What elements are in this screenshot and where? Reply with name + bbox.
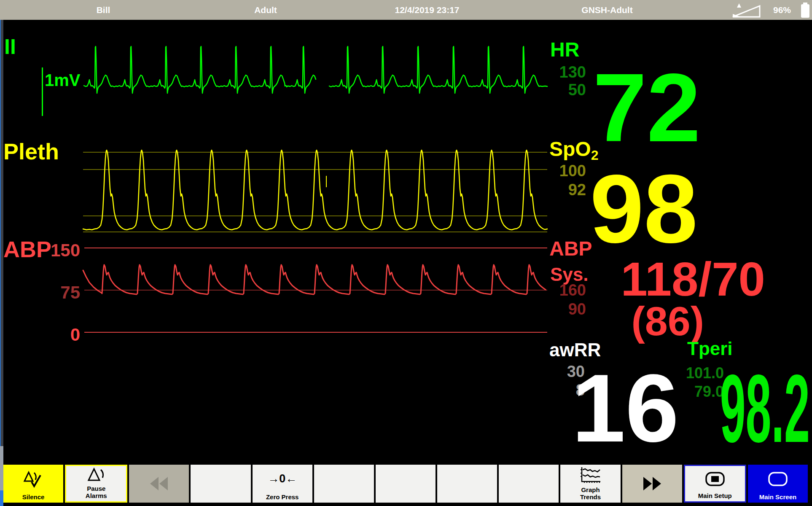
abp-scale-top: 150: [38, 242, 80, 259]
rewind-button: [129, 465, 189, 503]
silence-label: Silence: [22, 493, 45, 503]
main-screen-button[interactable]: Main Screen: [748, 465, 808, 503]
ecg-lead-label[interactable]: II: [4, 36, 16, 57]
ecg-cal-label: 1mV: [45, 72, 81, 89]
main-screen-icon: [767, 470, 789, 488]
hr-value: 72: [593, 59, 701, 156]
graph-trends-button[interactable]: Graph Trends: [560, 465, 620, 503]
spo2-value: 98: [590, 161, 698, 258]
silence-button[interactable]: Silence: [3, 465, 63, 503]
abp-mean-value: (86): [632, 301, 704, 342]
main-setup-button[interactable]: Main Setup: [684, 465, 746, 503]
hr-label: HR: [550, 40, 579, 60]
rewind-icon: [148, 474, 170, 493]
pause-alarms-button[interactable]: Pause Alarms: [65, 465, 127, 503]
tperi-limit-high: 101.0: [686, 366, 724, 381]
graph-trends-icon: [578, 466, 602, 485]
abp-limit-low: 90: [568, 301, 586, 317]
abp-value: 118/70: [621, 255, 765, 303]
hr-limit-low: 50: [568, 82, 586, 98]
blank-softkey-1: [191, 465, 250, 503]
pleth-wave-label[interactable]: Pleth: [3, 140, 59, 163]
alarm-pause-icon: [85, 466, 107, 484]
abp-limit-high: 160: [559, 282, 586, 298]
zero-press-button[interactable]: →0← Zero Press: [253, 465, 312, 503]
blank-softkey-4: [437, 465, 497, 503]
blank-softkey-2: [314, 465, 374, 503]
fast-forward-button[interactable]: [622, 465, 682, 503]
spo2-limit-high: 100: [559, 163, 586, 179]
fast-forward-icon: [641, 474, 663, 493]
pause-alarms-label: Pause Alarms: [77, 485, 115, 502]
awrr-value: 16: [572, 360, 679, 456]
blank-softkey-3: [376, 465, 436, 503]
hr-limit-high: 130: [559, 64, 586, 80]
main-setup-icon: [704, 470, 726, 488]
abp-scale-mid: 75: [38, 284, 80, 301]
ecg-cal-bar: [42, 67, 43, 116]
soft-key-bar: Silence Pause Alarms →0← Zero Press: [3, 465, 808, 503]
spo2-limit-low: 92: [568, 182, 586, 198]
tperi-value: 98.2: [720, 361, 810, 457]
tperi-limit-low: 79.0: [694, 384, 724, 399]
abp-scale-bottom: 0: [38, 326, 80, 344]
blank-softkey-5: [499, 465, 559, 503]
main-setup-label: Main Setup: [698, 492, 732, 501]
zero-press-label: Zero Press: [266, 493, 299, 503]
main-screen-label: Main Screen: [759, 493, 796, 503]
monitor-screen: Bill Adult 12/4/2019 23:17 GNSH-Adult 96…: [0, 0, 812, 506]
abp-label: ABP: [549, 239, 592, 259]
graph-trends-label: Graph Trends: [571, 486, 609, 503]
alarm-silence-icon: [22, 469, 44, 489]
zero-press-icon: →0←: [268, 473, 297, 484]
